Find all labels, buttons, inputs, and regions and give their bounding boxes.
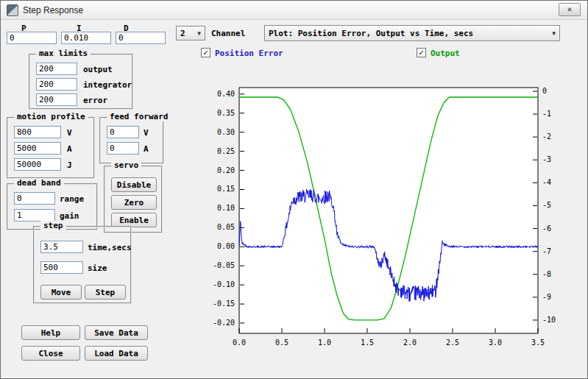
svg-text:0.00: 0.00 (217, 242, 235, 250)
max-limits-group: max limits output integrator error (29, 54, 133, 110)
step-size-label: size (88, 263, 107, 273)
jerk-field[interactable] (14, 158, 61, 171)
channel-select[interactable]: 2 ▼ (176, 26, 205, 40)
svg-text:0.10: 0.10 (217, 204, 235, 212)
window-title: Step Response (23, 5, 83, 15)
d-field[interactable] (116, 32, 166, 44)
svg-text:-0.05: -0.05 (213, 261, 235, 269)
svg-text:-0.20: -0.20 (213, 319, 235, 327)
title-bar[interactable]: Step Response ✕ (1, 1, 587, 20)
svg-text:0.5: 0.5 (275, 339, 288, 347)
svg-text:1.0: 1.0 (318, 339, 331, 347)
servo-disable-button[interactable]: Disable (111, 177, 157, 192)
svg-text:-2: -2 (542, 132, 551, 141)
ff-accel-label: A (144, 144, 149, 154)
save-data-button[interactable]: Save Data (85, 325, 148, 340)
step-time-field[interactable] (40, 241, 83, 253)
svg-text:0.20: 0.20 (217, 166, 235, 174)
check-icon: ✓ (203, 48, 208, 57)
svg-text:-9: -9 (542, 293, 551, 301)
i-field[interactable] (61, 32, 111, 44)
step-response-window: Step Response ✕ P I D max limits output … (0, 0, 588, 379)
servo-zero-button[interactable]: Zero (111, 195, 157, 210)
svg-text:-3: -3 (542, 155, 551, 163)
plot-select-value: Plot: Position Error, Output vs Time, se… (265, 29, 548, 38)
help-button[interactable]: Help (21, 325, 80, 340)
max-limits-title: max limits (36, 49, 91, 58)
channel-label: Channel (211, 29, 245, 38)
step-group: step time,secs size Move Step (33, 226, 132, 304)
close-button[interactable]: Close (21, 346, 80, 361)
chevron-down-icon: ▼ (548, 30, 559, 37)
svg-text:0.35: 0.35 (217, 109, 235, 117)
p-field[interactable] (7, 32, 57, 44)
max-error-field[interactable] (36, 93, 77, 106)
velocity-field[interactable] (14, 126, 61, 138)
svg-text:-1: -1 (542, 110, 551, 118)
dead-band-range-label: range (60, 194, 84, 204)
step-time-label: time,secs (88, 243, 132, 252)
svg-text:-0.15: -0.15 (213, 300, 235, 308)
check-icon: ✓ (419, 48, 424, 57)
max-integrator-field[interactable] (36, 78, 77, 91)
step-response-chart: 0.400.350.300.250.200.150.100.050.00-0.0… (207, 80, 560, 354)
load-data-button[interactable]: Load Data (85, 346, 148, 361)
max-integrator-label: integrator (83, 80, 132, 90)
output-checkbox[interactable]: ✓ (417, 48, 426, 57)
jerk-label: J (67, 160, 72, 170)
svg-text:0.0: 0.0 (233, 339, 246, 347)
svg-text:-10: -10 (542, 316, 556, 324)
motion-profile-group: motion profile V A J (7, 117, 95, 179)
svg-text:-7: -7 (542, 247, 551, 255)
ff-velocity-field[interactable] (107, 126, 139, 138)
max-output-field[interactable] (36, 63, 77, 75)
svg-text:0.40: 0.40 (217, 90, 235, 98)
accel-label: A (67, 144, 72, 154)
svg-text:-6: -6 (542, 224, 551, 233)
step-button[interactable]: Step (85, 285, 126, 300)
accel-field[interactable] (14, 142, 61, 155)
feed-forward-group: feed forward V A (99, 117, 164, 164)
motion-profile-title: motion profile (14, 112, 88, 121)
svg-text:0.05: 0.05 (217, 223, 235, 231)
svg-text:3.5: 3.5 (531, 339, 545, 347)
position-error-label: Position Error (215, 49, 283, 58)
svg-text:-4: -4 (542, 178, 551, 186)
channel-value: 2 (177, 29, 194, 38)
position-error-checkbox[interactable]: ✓ (201, 48, 210, 57)
max-error-label: error (83, 96, 107, 105)
ff-velocity-label: V (144, 128, 149, 138)
svg-text:3.0: 3.0 (489, 339, 502, 347)
svg-text:0.30: 0.30 (217, 128, 235, 136)
dead-band-title: dead band (14, 178, 64, 188)
chart-area: 0.400.350.300.250.200.150.100.050.00-0.0… (207, 80, 560, 354)
svg-text:0: 0 (542, 87, 547, 95)
chevron-down-icon: ▼ (194, 30, 205, 37)
step-size-field[interactable] (40, 261, 83, 274)
feed-forward-title: feed forward (107, 112, 171, 121)
svg-text:-5: -5 (542, 201, 551, 209)
svg-text:-0.10: -0.10 (213, 280, 235, 288)
ff-accel-field[interactable] (107, 142, 139, 155)
dead-band-gain-field[interactable] (14, 209, 55, 222)
servo-title: servo (111, 160, 141, 170)
step-title: step (40, 221, 66, 230)
svg-text:0.15: 0.15 (217, 185, 235, 193)
plot-select[interactable]: Plot: Position Error, Output vs Time, se… (264, 25, 560, 41)
app-icon (7, 4, 18, 16)
move-button[interactable]: Move (40, 285, 82, 300)
max-output-label: output (83, 65, 113, 74)
svg-text:2.5: 2.5 (446, 339, 459, 347)
close-icon[interactable]: ✕ (559, 3, 581, 16)
svg-text:-8: -8 (542, 270, 551, 278)
dead-band-range-field[interactable] (14, 192, 55, 205)
dead-band-gain-label: gain (60, 211, 79, 221)
svg-text:1.5: 1.5 (361, 339, 374, 347)
servo-enable-button[interactable]: Enable (111, 213, 157, 227)
output-label: Output (431, 49, 460, 58)
servo-group: servo Disable Zero Enable (104, 166, 163, 233)
velocity-label: V (67, 128, 72, 138)
svg-text:0.25: 0.25 (217, 147, 235, 155)
svg-text:2.0: 2.0 (403, 339, 417, 347)
